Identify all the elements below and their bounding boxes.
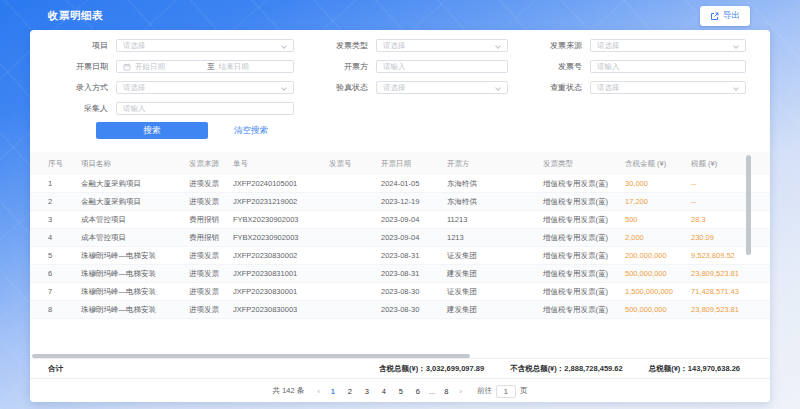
page-number-1[interactable]: 1 [327,387,339,396]
cell-invoice-no [324,229,376,247]
invoice-type-label: 发票类型 [308,40,368,51]
issuer-input[interactable] [383,62,501,71]
filter-invoice-type: 发票类型 请选择 [308,39,508,52]
cell-invoice-no [324,175,376,193]
project-label: 项目 [48,40,108,51]
cell-tax: 71,428,571.43 [691,287,739,296]
collector-input[interactable] [123,104,287,113]
cell-source: 进项发票 [184,247,228,265]
page-number-3[interactable]: 3 [361,387,373,396]
cell-issuer: 建发集团 [442,301,538,319]
cell-tax: 28.3 [691,215,706,224]
invoice-date-label: 开票日期 [48,61,108,72]
cell-amount-incl: 17,200 [620,193,686,211]
date-separator: 至 [207,62,215,72]
page-number-8[interactable]: 8 [440,387,452,396]
page-number-2[interactable]: 2 [344,387,356,396]
cell-no: 3 [30,211,76,229]
goto-label: 前往 [477,386,492,396]
cell-project: 金融大厦采购项目 [76,193,184,211]
page-number-5[interactable]: 5 [395,387,407,396]
dup-check-status-label: 查重状态 [522,82,582,93]
export-icon [710,12,719,21]
col-issuer: 开票方 [442,152,538,175]
cell-no: 7 [30,283,76,301]
filter-dup-check-status: 查重状态 请选择 [522,81,746,94]
cell-project: 珠穆朗玛峰—电梯安装 [76,265,184,283]
cell-order-no: JXFP20230830002 [228,247,324,265]
invoice-source-select[interactable]: 请选择 [590,39,746,52]
cell-tax: -- [691,179,696,188]
cell-order-no: JXFP20230830001 [228,283,324,301]
cell-issuer: 11213 [442,211,538,229]
invoice-source-placeholder: 请选择 [597,41,620,51]
verify-status-select[interactable]: 请选择 [376,81,508,94]
filter-invoice-source: 发票来源 请选择 [522,39,746,52]
cell-type: 增值税专用发票(蓝) [538,175,620,193]
col-tax: 税额 (¥) [686,152,770,175]
cell-date: 2023-09-04 [376,229,442,247]
chevron-down-icon [495,43,501,49]
cell-project: 珠穆朗玛峰—电梯安装 [76,301,184,319]
chevron-down-icon [733,43,739,49]
invoice-type-select[interactable]: 请选择 [376,39,508,52]
summary-incl: 含税总额(¥)：3,032,699,097.89 [379,364,484,374]
summary-incl-value: 3,032,699,097.89 [426,364,484,373]
cell-project: 珠穆朗玛峰—电梯安装 [76,247,184,265]
summary-excl-label: 不含税总额(¥)： [510,364,564,373]
cell-issuer: 东海特供 [442,175,538,193]
summary-row: 合计 含税总额(¥)：3,032,699,097.89 不含税总额(¥)：2,8… [30,358,770,379]
col-amount-incl: 含税金额 (¥) [620,152,686,175]
clear-search-button[interactable]: 清空搜索 [234,125,268,137]
table-header-row: 序号 项目名称 发票来源 单号 发票号 开票日期 开票方 发票类型 含税金额 (… [30,152,770,175]
page-number-4[interactable]: 4 [378,387,390,396]
col-no: 序号 [30,152,76,175]
chevron-down-icon [281,43,287,49]
cell-source: 进项发票 [184,175,228,193]
cell-source: 费用报销 [184,229,228,247]
search-button[interactable]: 搜索 [96,122,208,139]
verify-status-placeholder: 请选择 [383,83,406,93]
entry-method-select[interactable]: 请选择 [116,81,294,94]
page-number-6[interactable]: 6 [412,387,424,396]
cell-date: 2023-12-19 [376,193,442,211]
invoice-date-range-picker[interactable]: 开始日期 至 结束日期 [116,60,294,73]
cell-invoice-no [324,193,376,211]
next-page-icon[interactable]: › [457,387,464,396]
cell-amount-incl: 1,500,000,000 [620,283,686,301]
filter-project: 项目 请选择 [48,39,294,52]
cell-order-no: JXFP20230831001 [228,265,324,283]
prev-page-icon[interactable]: ‹ [315,387,322,396]
cell-issuer: 证发集团 [442,247,538,265]
invoice-no-input[interactable] [597,62,739,71]
goto-page-input[interactable] [496,385,516,398]
project-select[interactable]: 请选择 [116,39,294,52]
cell-date: 2024-01-05 [376,175,442,193]
cell-project: 成本管控项目 [76,229,184,247]
table-row: 4 成本管控项目 费用报销 FYBX20230902003 2023-09-04… [30,229,770,247]
col-source: 发票来源 [184,152,228,175]
cell-type: 增值税专用发票(蓝) [538,247,620,265]
dup-check-status-select[interactable]: 请选择 [590,81,746,94]
cell-invoice-no [324,211,376,229]
export-button[interactable]: 导出 [700,6,750,26]
summary-label: 合计 [48,364,63,374]
cell-amount-incl: 30,000 [620,175,686,193]
cell-source: 进项发票 [184,283,228,301]
cell-source: 进项发票 [184,301,228,319]
invoice-table-wrap: 序号 项目名称 发票来源 单号 发票号 开票日期 开票方 发票类型 含税金额 (… [30,152,770,319]
chevron-down-icon [733,85,739,91]
cell-type: 增值税专用发票(蓝) [538,193,620,211]
vertical-scrollbar-thumb[interactable] [746,155,751,255]
issuer-label: 开票方 [308,61,368,72]
cell-date: 2023-08-30 [376,283,442,301]
cell-order-no: FYBX20230902003 [228,211,324,229]
cell-source: 进项发票 [184,265,228,283]
top-bar: 收票明细表 导出 [0,0,800,30]
cell-type: 增值税专用发票(蓝) [538,301,620,319]
cell-amount-incl: 2,000 [620,229,686,247]
cell-amount-incl: 500 [620,211,686,229]
summary-incl-label: 含税总额(¥)： [379,364,426,373]
invoice-no-input-wrap [590,60,746,73]
col-date: 开票日期 [376,152,442,175]
